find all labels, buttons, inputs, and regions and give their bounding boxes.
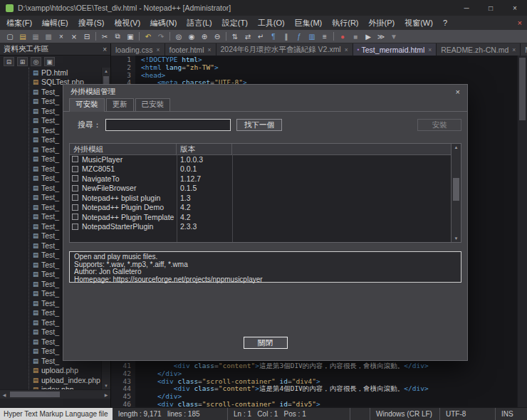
plugin-table-scrollbar[interactable]: ▲ ▼ <box>451 144 461 242</box>
scrollbar-track[interactable] <box>9 390 102 399</box>
scrollbar-thumb[interactable] <box>10 392 60 397</box>
menu-macro[interactable]: 巨集(M) <box>290 16 328 30</box>
scroll-left-icon[interactable]: ◀ <box>0 392 9 397</box>
play-macro-icon[interactable]: ▶ <box>362 31 375 42</box>
plugin-row[interactable]: Notepad++ Plugin Demo4.2 <box>70 203 452 213</box>
plugin-checkbox[interactable] <box>72 156 78 162</box>
tab-item[interactable]: 2024年6月環控水平會議紀錄 V2.xml× <box>216 43 353 56</box>
column-header[interactable]: 外掛模組 <box>70 144 177 154</box>
dialog-tab-available[interactable]: 可安裝 <box>69 98 105 112</box>
save-all-icon[interactable]: ▩ <box>42 31 55 42</box>
plugin-checkbox[interactable] <box>72 204 78 211</box>
plugin-checkbox[interactable] <box>72 175 78 182</box>
dialog-close-icon[interactable]: × <box>456 88 460 96</box>
document-map-icon[interactable]: ▥ <box>306 31 318 42</box>
redo-icon[interactable]: ↷ <box>155 31 167 42</box>
tab-close-icon[interactable]: × <box>512 46 516 53</box>
cut-icon[interactable]: ✂ <box>98 31 111 42</box>
tab-close-icon[interactable]: × <box>208 46 212 53</box>
save-icon[interactable]: ▦ <box>29 31 42 42</box>
plugin-row[interactable]: MusicPlayer1.0.0.3 <box>70 154 452 164</box>
plugin-row[interactable]: Notepad++ bplist plugin1.3 <box>70 193 452 203</box>
plugin-row[interactable]: NewFileBrowser0.1.5 <box>70 184 452 194</box>
paste-icon[interactable]: ▣ <box>124 31 137 42</box>
show-all-characters-icon[interactable]: ¶ <box>267 31 280 42</box>
plugin-search-input[interactable] <box>105 119 231 131</box>
dialog-close-button[interactable]: 關閉 <box>244 337 288 349</box>
plugin-checkbox[interactable] <box>72 194 78 201</box>
scroll-right-icon[interactable]: ▶ <box>102 392 110 397</box>
menu-language[interactable]: 語言(L) <box>182 16 216 30</box>
panel-close-icon[interactable]: × <box>103 46 107 53</box>
select-item-icon[interactable]: ▣ <box>44 57 55 66</box>
menu-view[interactable]: 檢視(V) <box>109 16 145 30</box>
tab-item[interactable]: Mapp× <box>521 43 527 56</box>
menu-search[interactable]: 搜尋(S) <box>73 16 110 30</box>
plugin-row[interactable]: Notepad++ Plugin Template4.2 <box>70 212 452 222</box>
sync-vertical-scroll-icon[interactable]: ⇅ <box>229 31 241 42</box>
menubar-close-icon[interactable]: × <box>518 16 522 30</box>
tree-item[interactable]: ▤PD.html <box>0 68 102 78</box>
scroll-down-icon[interactable]: ▼ <box>452 236 461 241</box>
zoom-in-icon[interactable]: ⊕ <box>198 31 211 42</box>
close-file-icon[interactable]: × <box>55 31 68 42</box>
print-icon[interactable]: ⊟ <box>80 31 93 42</box>
menu-tools[interactable]: 工具(O) <box>253 16 290 30</box>
close-all-icon[interactable]: ⨯ <box>68 31 80 42</box>
stop-macro-icon[interactable]: ■ <box>349 31 362 42</box>
maximize-button[interactable]: □ <box>479 0 503 16</box>
plugin-checkbox[interactable] <box>72 224 78 230</box>
dialog-tab-updates[interactable]: 更新 <box>106 98 134 111</box>
plugin-checkbox[interactable] <box>72 185 78 191</box>
menu-settings[interactable]: 設定(T) <box>217 16 253 30</box>
scroll-up-icon[interactable]: ▲ <box>452 145 461 149</box>
plugin-checkbox[interactable] <box>72 166 78 172</box>
find-icon[interactable]: ◎ <box>172 31 185 42</box>
tree-item[interactable]: ▤upload.php <box>0 366 102 376</box>
save-macro-icon[interactable]: ▼ <box>387 31 400 42</box>
plugin-row[interactable]: MZC80510.0.1 <box>70 164 452 174</box>
tab-item[interactable]: footer.html× <box>165 43 216 56</box>
plugin-row[interactable]: NavigateTo1.12.7 <box>70 174 452 184</box>
function-list-icon[interactable]: ƒ <box>293 31 306 42</box>
menu-run[interactable]: 執行(R) <box>327 16 363 30</box>
scrollbar-thumb[interactable] <box>519 58 526 120</box>
close-button[interactable]: × <box>503 0 527 16</box>
menu-window[interactable]: 視窗(W) <box>400 16 438 30</box>
menu-edit[interactable]: 編輯(E) <box>37 16 73 30</box>
menu-plugins[interactable]: 外掛(P) <box>364 16 400 30</box>
sidebar-horizontal-scrollbar[interactable]: ◀ ▶ <box>0 389 110 399</box>
editor-vertical-scrollbar[interactable] <box>517 56 527 407</box>
tab-item[interactable]: README.zh-CN.md× <box>437 43 521 56</box>
new-file-icon[interactable]: ▢ <box>4 31 16 42</box>
open-file-icon[interactable]: ▤ <box>16 31 29 42</box>
plugin-row[interactable]: NotepadStarterPlugin2.3.3 <box>70 222 452 232</box>
undo-icon[interactable]: ↶ <box>142 31 155 42</box>
indent-guide-icon[interactable]: ∥ <box>280 31 293 42</box>
scrollbar-thumb[interactable] <box>453 178 459 201</box>
tab-close-icon[interactable]: × <box>157 46 160 53</box>
copy-icon[interactable]: ⧉ <box>111 31 124 42</box>
menu-encoding[interactable]: 編碼(N) <box>145 16 182 30</box>
tab-close-icon[interactable]: × <box>345 46 348 53</box>
plugin-checkbox[interactable] <box>72 214 78 220</box>
tab-item[interactable]: loading.css× <box>111 43 165 56</box>
zoom-out-icon[interactable]: ⊖ <box>211 31 224 42</box>
run-macro-multiple-times-icon[interactable]: ≫ <box>375 31 387 42</box>
collapse-all-icon[interactable]: ⊟ <box>4 57 14 66</box>
record-macro-icon[interactable]: ● <box>336 31 349 42</box>
tab-active[interactable]: ▪Test_mermaid.html× <box>353 43 437 56</box>
tree-item[interactable]: ▤upload_index.php <box>0 375 102 385</box>
expand-all-icon[interactable]: ⊞ <box>17 57 28 66</box>
tab-close-icon[interactable]: × <box>428 46 432 53</box>
minimize-button[interactable]: ─ <box>454 0 479 16</box>
scroll-up-icon[interactable]: ▲ <box>102 69 110 73</box>
install-button[interactable]: 安裝 <box>417 119 461 131</box>
sync-horizontal-scroll-icon[interactable]: ⇄ <box>241 31 254 42</box>
document-switcher-icon[interactable]: ≡ <box>318 31 331 42</box>
replace-icon[interactable]: ◉ <box>185 31 198 42</box>
menu-help[interactable]: ? <box>438 16 452 30</box>
find-next-button[interactable]: 找下一個 <box>236 119 282 131</box>
scroll-down-icon[interactable]: ▼ <box>102 384 110 388</box>
column-header[interactable]: 版本 <box>177 144 232 154</box>
